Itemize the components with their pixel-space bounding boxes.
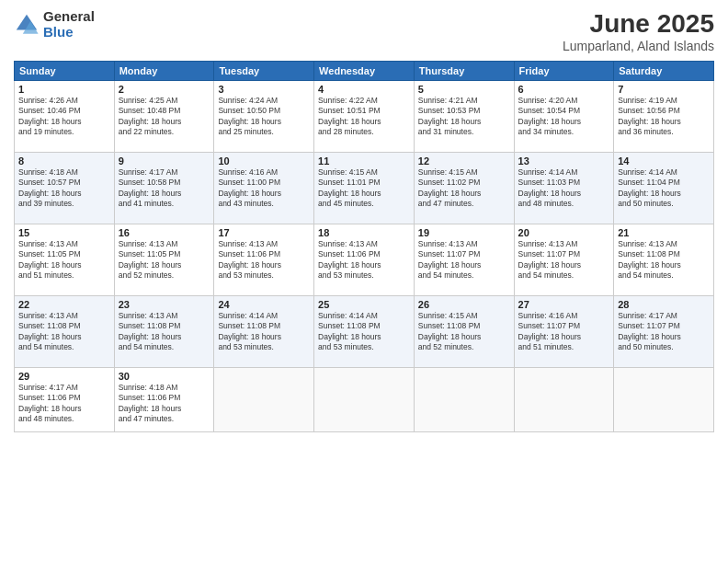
calendar-cell: 21Sunrise: 4:13 AM Sunset: 11:08 PM Dayl… [614, 224, 714, 296]
day-number: 29 [18, 371, 110, 382]
day-number: 17 [218, 227, 310, 238]
calendar-cell: 28Sunrise: 4:17 AM Sunset: 11:07 PM Dayl… [614, 296, 714, 368]
day-info: Sunrise: 4:19 AM Sunset: 10:56 PM Daylig… [618, 96, 710, 138]
day-number: 24 [218, 299, 310, 310]
day-info: Sunrise: 4:26 AM Sunset: 10:46 PM Daylig… [18, 96, 110, 138]
calendar-cell: 16Sunrise: 4:13 AM Sunset: 11:05 PM Dayl… [114, 224, 214, 296]
calendar-cell: 7Sunrise: 4:19 AM Sunset: 10:56 PM Dayli… [614, 81, 714, 153]
calendar-cell: 17Sunrise: 4:13 AM Sunset: 11:06 PM Dayl… [214, 224, 314, 296]
calendar-cell: 9Sunrise: 4:17 AM Sunset: 10:58 PM Dayli… [114, 153, 214, 224]
calendar-week-row: 22Sunrise: 4:13 AM Sunset: 11:08 PM Dayl… [15, 296, 714, 368]
day-number: 9 [119, 155, 210, 167]
day-number: 15 [18, 227, 110, 238]
calendar-header-row: SundayMondayTuesdayWednesdayThursdayFrid… [15, 62, 714, 81]
calendar-cell: 4Sunrise: 4:22 AM Sunset: 10:51 PM Dayli… [314, 81, 415, 153]
day-info: Sunrise: 4:13 AM Sunset: 11:08 PM Daylig… [119, 311, 210, 353]
calendar-header-saturday: Saturday [614, 62, 714, 81]
day-number: 30 [119, 371, 210, 382]
calendar-week-row: 1Sunrise: 4:26 AM Sunset: 10:46 PM Dayli… [15, 81, 714, 153]
calendar-header-monday: Monday [114, 62, 214, 81]
day-info: Sunrise: 4:14 AM Sunset: 11:04 PM Daylig… [618, 167, 710, 210]
calendar-cell: 3Sunrise: 4:24 AM Sunset: 10:50 PM Dayli… [214, 81, 314, 153]
logo: General Blue [14, 9, 95, 40]
day-info: Sunrise: 4:13 AM Sunset: 11:06 PM Daylig… [218, 239, 310, 282]
day-number: 14 [618, 155, 710, 167]
day-info: Sunrise: 4:13 AM Sunset: 11:08 PM Daylig… [618, 239, 710, 282]
calendar-cell [514, 368, 614, 432]
day-number: 27 [518, 299, 610, 310]
day-info: Sunrise: 4:17 AM Sunset: 11:07 PM Daylig… [618, 311, 710, 353]
day-number: 6 [518, 84, 610, 95]
calendar-cell [214, 368, 314, 432]
day-info: Sunrise: 4:15 AM Sunset: 11:08 PM Daylig… [418, 311, 510, 353]
logo-general-text: General [43, 9, 95, 25]
calendar-cell: 14Sunrise: 4:14 AM Sunset: 11:04 PM Dayl… [614, 153, 714, 224]
day-number: 13 [518, 155, 610, 167]
logo-icon [14, 12, 40, 38]
calendar-cell: 2Sunrise: 4:25 AM Sunset: 10:48 PM Dayli… [114, 81, 214, 153]
day-number: 26 [418, 299, 510, 310]
calendar-cell: 25Sunrise: 4:14 AM Sunset: 11:08 PM Dayl… [314, 296, 415, 368]
day-number: 20 [518, 227, 610, 238]
day-number: 2 [119, 84, 210, 95]
calendar-cell: 12Sunrise: 4:15 AM Sunset: 11:02 PM Dayl… [414, 153, 514, 224]
day-info: Sunrise: 4:13 AM Sunset: 11:05 PM Daylig… [119, 239, 210, 282]
day-info: Sunrise: 4:13 AM Sunset: 11:08 PM Daylig… [18, 311, 110, 353]
logo-text: General Blue [43, 9, 95, 40]
day-info: Sunrise: 4:14 AM Sunset: 11:08 PM Daylig… [318, 311, 410, 353]
logo-blue-text: Blue [43, 25, 95, 40]
calendar-cell: 20Sunrise: 4:13 AM Sunset: 11:07 PM Dayl… [514, 224, 614, 296]
day-info: Sunrise: 4:18 AM Sunset: 11:06 PM Daylig… [119, 383, 210, 425]
day-number: 19 [418, 227, 510, 238]
day-info: Sunrise: 4:21 AM Sunset: 10:53 PM Daylig… [418, 96, 510, 138]
calendar-cell: 6Sunrise: 4:20 AM Sunset: 10:54 PM Dayli… [514, 81, 614, 153]
calendar-header-friday: Friday [514, 62, 614, 81]
day-number: 7 [618, 84, 710, 95]
day-number: 8 [18, 155, 110, 167]
calendar-cell: 26Sunrise: 4:15 AM Sunset: 11:08 PM Dayl… [414, 296, 514, 368]
calendar-week-row: 8Sunrise: 4:18 AM Sunset: 10:57 PM Dayli… [15, 153, 714, 224]
day-number: 10 [218, 155, 310, 167]
location-title: Lumparland, Aland Islands [563, 39, 714, 53]
calendar-header-wednesday: Wednesday [314, 62, 415, 81]
day-info: Sunrise: 4:25 AM Sunset: 10:48 PM Daylig… [119, 96, 210, 138]
day-number: 28 [618, 299, 710, 310]
calendar-week-row: 29Sunrise: 4:17 AM Sunset: 11:06 PM Dayl… [15, 368, 714, 432]
calendar-cell: 8Sunrise: 4:18 AM Sunset: 10:57 PM Dayli… [15, 153, 115, 224]
day-info: Sunrise: 4:20 AM Sunset: 10:54 PM Daylig… [518, 96, 610, 138]
day-number: 3 [218, 84, 310, 95]
day-number: 25 [318, 299, 410, 310]
day-info: Sunrise: 4:14 AM Sunset: 11:08 PM Daylig… [218, 311, 310, 353]
calendar-cell [314, 368, 415, 432]
day-number: 4 [318, 84, 410, 95]
day-info: Sunrise: 4:13 AM Sunset: 11:07 PM Daylig… [518, 239, 610, 282]
calendar-table: SundayMondayTuesdayWednesdayThursdayFrid… [14, 61, 714, 432]
calendar-cell [414, 368, 514, 432]
day-info: Sunrise: 4:15 AM Sunset: 11:02 PM Daylig… [418, 167, 510, 210]
day-number: 21 [618, 227, 710, 238]
day-number: 12 [418, 155, 510, 167]
calendar-header-thursday: Thursday [414, 62, 514, 81]
calendar-cell: 29Sunrise: 4:17 AM Sunset: 11:06 PM Dayl… [15, 368, 115, 432]
day-info: Sunrise: 4:24 AM Sunset: 10:50 PM Daylig… [218, 96, 310, 138]
calendar-cell: 24Sunrise: 4:14 AM Sunset: 11:08 PM Dayl… [214, 296, 314, 368]
day-info: Sunrise: 4:22 AM Sunset: 10:51 PM Daylig… [318, 96, 410, 138]
calendar-cell: 15Sunrise: 4:13 AM Sunset: 11:05 PM Dayl… [15, 224, 115, 296]
day-number: 16 [119, 227, 210, 238]
title-block: June 2025 Lumparland, Aland Islands [563, 9, 714, 53]
day-number: 22 [18, 299, 110, 310]
calendar-cell [614, 368, 714, 432]
day-info: Sunrise: 4:13 AM Sunset: 11:06 PM Daylig… [318, 239, 410, 282]
day-info: Sunrise: 4:13 AM Sunset: 11:05 PM Daylig… [18, 239, 110, 282]
month-title: June 2025 [563, 9, 714, 39]
day-info: Sunrise: 4:18 AM Sunset: 10:57 PM Daylig… [18, 167, 110, 210]
header: General Blue June 2025 Lumparland, Aland… [14, 9, 714, 53]
day-number: 23 [119, 299, 210, 310]
day-info: Sunrise: 4:17 AM Sunset: 11:06 PM Daylig… [18, 383, 110, 425]
day-number: 18 [318, 227, 410, 238]
calendar-cell: 30Sunrise: 4:18 AM Sunset: 11:06 PM Dayl… [114, 368, 214, 432]
calendar-cell: 18Sunrise: 4:13 AM Sunset: 11:06 PM Dayl… [314, 224, 415, 296]
page: General Blue June 2025 Lumparland, Aland… [0, 0, 728, 563]
day-number: 11 [318, 155, 410, 167]
day-info: Sunrise: 4:16 AM Sunset: 11:07 PM Daylig… [518, 311, 610, 353]
